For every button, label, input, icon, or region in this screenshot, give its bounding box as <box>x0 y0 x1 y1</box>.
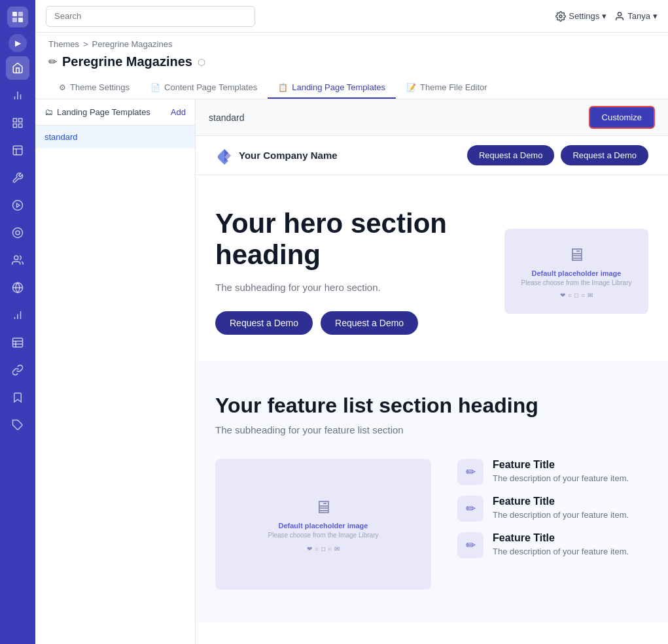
sidebar-icon-analytics[interactable] <box>6 84 29 107</box>
lp-nav-btns: Request a Demo Request a Demo <box>467 145 648 165</box>
lp-hero-image-text: Default placeholder image <box>532 269 622 277</box>
lp-hero-btn-2[interactable]: Request a Demo <box>321 311 418 335</box>
lp-features-sub: The subheading for your feature list sec… <box>215 424 648 435</box>
sidebar-icon-media[interactable] <box>6 194 29 217</box>
svg-rect-9 <box>13 124 16 127</box>
lp-features-heading: Your feature list section heading <box>215 394 648 418</box>
lp-hero-heading: Your hero section heading <box>215 208 478 271</box>
sidebar-icon-users[interactable] <box>6 248 29 272</box>
lp-hero-btn-1[interactable]: Request a Demo <box>215 311 313 335</box>
svg-point-17 <box>16 231 20 235</box>
breadcrumb-sep: > <box>83 39 88 49</box>
template-list-item-standard[interactable]: standard <box>35 126 195 148</box>
lp-feature-item-1: ✏ Feature Title The description of your … <box>457 459 648 485</box>
lp-brand: Your Company Name <box>215 146 338 165</box>
lp-features-image: 🖥 Default placeholder image Please choos… <box>215 459 431 590</box>
sidebar: ▶ <box>0 0 35 644</box>
lp-feature-icon-2: ✏ <box>457 496 483 522</box>
lp-feature-text-1: Feature Title The description of your fe… <box>493 459 629 483</box>
sidebar-toggle[interactable]: ▶ <box>9 34 27 52</box>
sidebar-icon-home[interactable] <box>6 56 29 80</box>
tab-landing-page-templates[interactable]: 📋 Landing Page Templates <box>268 77 396 99</box>
user-chevron: ▾ <box>653 11 658 21</box>
page-external-link-icon[interactable]: ⬡ <box>198 57 205 67</box>
svg-rect-11 <box>13 146 22 155</box>
lp-feature-item-3: ✏ Feature Title The description of your … <box>457 532 648 558</box>
svg-point-29 <box>559 15 562 18</box>
preview-area[interactable]: standard Customize Your Company Name <box>196 99 668 644</box>
lp-navbar: Your Company Name Request a Demo Request… <box>196 136 668 175</box>
svg-rect-10 <box>19 124 22 127</box>
tab-file-editor-icon: 📝 <box>406 83 416 92</box>
sidebar-icon-barchart[interactable] <box>6 303 29 327</box>
lp-features-grid: 🖥 Default placeholder image Please choos… <box>215 459 648 590</box>
breadcrumb-themes[interactable]: Themes <box>48 39 79 49</box>
sidebar-icon-pages[interactable] <box>6 139 29 162</box>
svg-point-30 <box>618 12 622 16</box>
lp-feature-icon-1: ✏ <box>457 459 483 485</box>
tabs: ⚙ Theme Settings 📄 Content Page Template… <box>48 77 655 99</box>
tab-theme-file-editor[interactable]: 📝 Theme File Editor <box>396 77 498 99</box>
lp-feature-item-2: ✏ Feature Title The description of your … <box>457 496 648 522</box>
svg-marker-15 <box>17 203 20 207</box>
landing-page-preview: Your Company Name Request a Demo Request… <box>196 136 668 644</box>
settings-label: Settings <box>569 11 599 21</box>
search-input[interactable] <box>46 6 255 27</box>
sidebar-icon-globe[interactable] <box>6 276 29 299</box>
user-name: Tanya <box>627 11 650 21</box>
app-logo <box>7 7 28 27</box>
sidebar-icon-grid[interactable] <box>6 111 29 135</box>
topbar: Settings ▾ Tanya ▾ <box>35 0 668 33</box>
svg-rect-7 <box>13 118 16 122</box>
template-name: standard <box>209 112 244 123</box>
customize-button[interactable]: Customize <box>589 106 655 129</box>
lp-features: Your feature list section heading The su… <box>196 361 668 622</box>
svg-rect-1 <box>18 12 23 16</box>
template-bar: standard Customize <box>196 99 668 136</box>
left-panel: 🗂 Landing Page Templates Add standard <box>35 99 196 644</box>
settings-chevron: ▾ <box>602 11 606 21</box>
breadcrumb-current: Peregrine Magazines <box>92 39 173 49</box>
tab-landing-icon: 📋 <box>278 83 288 92</box>
left-panel-folder-icon: 🗂 <box>44 107 53 117</box>
lp-nav-btn-1[interactable]: Request a Demo <box>467 145 555 165</box>
sidebar-icon-bookmark[interactable] <box>6 386 29 409</box>
lp-nav-btn-2[interactable]: Request a Demo <box>561 145 648 165</box>
left-panel-header: 🗂 Landing Page Templates Add <box>35 99 195 126</box>
page-title-row: ✏ Peregrine Magazines ⬡ <box>48 54 655 69</box>
main-wrapper: Settings ▾ Tanya ▾ Themes > Peregrine Ma… <box>35 0 668 644</box>
sidebar-icon-link[interactable] <box>6 358 29 382</box>
svg-rect-3 <box>18 18 23 22</box>
left-panel-title: 🗂 Landing Page Templates <box>44 107 150 117</box>
page-title-icon: ✏ <box>48 56 57 68</box>
topbar-right: Settings ▾ Tanya ▾ <box>555 11 658 22</box>
user-dropdown[interactable]: Tanya ▾ <box>614 11 658 22</box>
tab-content-page-templates[interactable]: 📄 Content Page Templates <box>140 77 268 99</box>
sidebar-icon-tools[interactable] <box>6 166 29 190</box>
lp-feature-icon-3: ✏ <box>457 532 483 558</box>
lp-hero-text: Your hero section heading The subheading… <box>215 208 478 335</box>
svg-rect-0 <box>12 12 17 16</box>
sidebar-icon-table[interactable] <box>6 331 29 354</box>
tab-theme-settings[interactable]: ⚙ Theme Settings <box>48 77 140 99</box>
svg-rect-8 <box>19 118 22 122</box>
svg-point-16 <box>13 228 23 238</box>
sidebar-icon-tag[interactable] <box>6 413 29 437</box>
add-template-button[interactable]: Add <box>171 107 186 117</box>
lp-hero: Your hero section heading The subheading… <box>196 175 668 361</box>
lp-features-list: ✏ Feature Title The description of your … <box>457 459 648 590</box>
lp-features-image-text: Default placeholder image <box>279 522 368 530</box>
lp-hero-image-sub: Please choose from the Image Library <box>521 279 632 286</box>
page-header: Themes > Peregrine Magazines ✏ Peregrine… <box>35 33 668 99</box>
svg-point-14 <box>13 201 23 211</box>
breadcrumb: Themes > Peregrine Magazines <box>48 39 655 49</box>
page-title: Peregrine Magazines <box>62 54 192 69</box>
settings-dropdown[interactable]: Settings ▾ <box>555 11 606 22</box>
lp-hero-subheading: The subheading for your hero section. <box>215 282 478 293</box>
sidebar-icon-circle[interactable] <box>6 221 29 245</box>
svg-rect-2 <box>12 18 17 22</box>
tab-content-icon: 📄 <box>150 83 160 92</box>
lp-feature-text-2: Feature Title The description of your fe… <box>493 496 629 520</box>
lp-brand-name: Your Company Name <box>239 150 338 161</box>
tab-theme-settings-icon: ⚙ <box>59 83 66 92</box>
